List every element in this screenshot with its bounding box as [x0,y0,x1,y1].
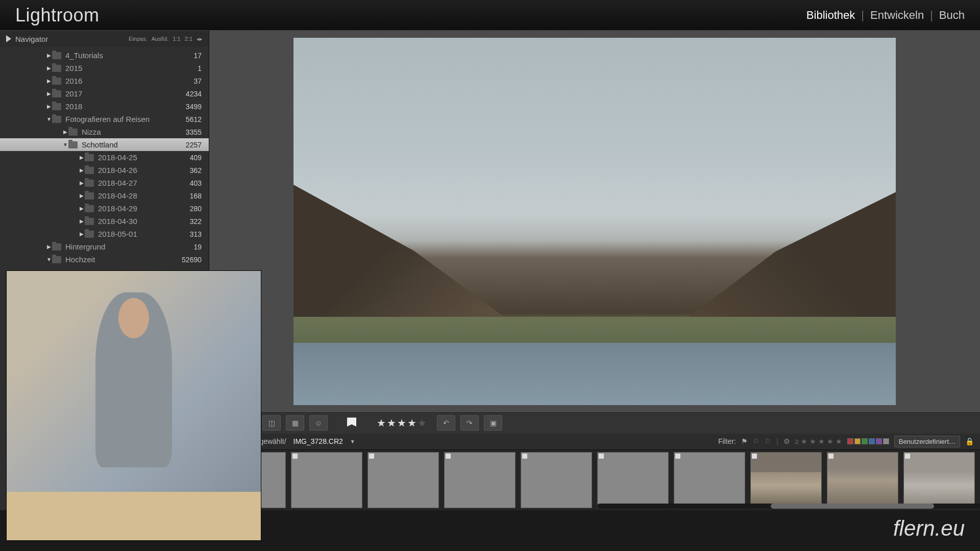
app-header: Lightroom Bibliothek | Entwickeln | Buch [0,0,980,31]
webcam-overlay [6,270,261,541]
tab-develop[interactable]: Entwickeln [870,9,924,22]
main-photo [293,38,896,405]
folder-count: 403 [190,179,202,187]
filmstrip-infobar: otos/ 75 ausgewählt/ IMG_3728.CR2 ▼ Filt… [209,434,980,449]
folder-count: 1 [198,64,202,72]
chevron-icon[interactable]: ◂▸ [197,36,203,42]
folder-row-2018-04-25[interactable]: ▶2018-04-25409 [0,151,209,164]
folder-count: 409 [190,154,202,162]
folder-row-2018-05-01[interactable]: ▶2018-05-01313 [0,228,209,240]
watermark-text: flern.eu [893,516,965,541]
color-dot[interactable] [869,438,875,444]
rotate-left-button[interactable]: ↶ [437,415,455,431]
thumbnail[interactable] [597,452,669,508]
folder-row-2018-04-27[interactable]: ▶2018-04-27403 [0,177,209,189]
folder-row-2016[interactable]: ▶201637 [0,74,209,87]
folder-icon [52,78,61,85]
thumbnail[interactable] [444,452,516,508]
disclosure-icon[interactable]: ▼ [46,257,52,262]
filter-separator: | [776,437,778,445]
color-dot[interactable] [854,438,861,444]
disclosure-icon[interactable]: ▶ [46,53,52,58]
disclosure-icon[interactable]: ▼ [46,116,52,122]
folder-row-2018[interactable]: ▶20183499 [0,100,209,113]
folder-row-hochzeit[interactable]: ▼Hochzeit52690 [0,253,209,266]
sync-button[interactable]: ▣ [484,415,502,431]
folder-icon [52,65,61,72]
flag-filter-icon[interactable]: ⚐ [753,437,760,445]
settings-icon[interactable]: ⚙ [783,437,790,445]
image-area[interactable] [209,31,980,412]
disclosure-icon[interactable]: ▶ [79,231,85,237]
color-dot[interactable] [862,438,868,444]
thumbnail[interactable] [827,452,898,508]
filmstrip[interactable] [209,449,980,510]
disclosure-icon[interactable]: ▶ [79,155,85,160]
folder-icon [85,192,94,199]
thumbnail[interactable] [521,452,592,508]
folder-row-2018-04-29[interactable]: ▶2018-04-29280 [0,202,209,215]
disclosure-icon[interactable]: ▶ [79,218,85,224]
folder-row-2017[interactable]: ▶20174234 [0,87,209,100]
rating-filter[interactable]: ≥ ★ ★ ★ ★ ★ [795,437,842,445]
survey-view-button[interactable]: ▦ [286,415,304,431]
module-tabs: Bibliothek | Entwickeln | Buch [806,9,965,22]
folder-icon [85,154,94,161]
folder-row-4-tutorials[interactable]: ▶4_Tutorials17 [0,49,209,62]
folder-count: 19 [193,243,202,251]
folder-row-2018-04-30[interactable]: ▶2018-04-30322 [0,215,209,228]
color-dot[interactable] [876,438,882,444]
thumbnail[interactable] [368,452,439,508]
folder-row-2015[interactable]: ▶20151 [0,62,209,74]
dropdown-icon[interactable]: ▼ [350,439,355,444]
disclosure-icon[interactable]: ▶ [79,180,85,186]
color-label-filter[interactable] [847,438,889,444]
rating-stars[interactable]: ★★★★★ [377,417,428,429]
thumbnail[interactable] [674,452,745,508]
thumbnail[interactable] [291,452,362,508]
disclosure-icon[interactable]: ▶ [46,78,52,84]
folder-row-2018-04-28[interactable]: ▶2018-04-28168 [0,189,209,202]
folder-row-2018-04-26[interactable]: ▶2018-04-26362 [0,164,209,177]
navigator-header[interactable]: Navigator Einpas. Ausfül. 1:1 2:1 ◂▸ [0,31,209,47]
tab-book[interactable]: Buch [939,9,965,22]
app-logo: Lightroom [15,5,100,26]
disclosure-icon[interactable]: ▶ [62,129,68,135]
color-dot[interactable] [847,438,853,444]
tab-library[interactable]: Bibliothek [806,9,855,22]
thumbnail[interactable] [903,452,975,508]
folder-icon [85,167,94,174]
folder-row-hintergrund[interactable]: ▶Hintergrund19 [0,240,209,253]
folder-icon [85,218,94,225]
rotate-right-button[interactable]: ↷ [460,415,479,431]
folder-icon [68,141,78,148]
navigator-title: Navigator [15,35,48,43]
disclosure-icon[interactable]: ▶ [79,167,85,173]
disclosure-icon[interactable]: ▶ [46,104,52,109]
disclosure-icon[interactable]: ▼ [62,142,68,147]
disclosure-icon[interactable]: ▶ [46,65,52,71]
zoom-modes[interactable]: Einpas. Ausfül. 1:1 2:1 ◂▸ [129,36,203,42]
filmstrip-scrollbar[interactable] [597,504,980,509]
disclosure-icon[interactable]: ▶ [79,206,85,211]
compare-view-button[interactable]: ◫ [262,415,281,431]
filter-preset-dropdown[interactable]: Benutzerdefiniert… [894,436,960,447]
disclosure-icon[interactable]: ▶ [46,244,52,249]
people-view-button[interactable]: ☺ [309,415,328,431]
folder-label: 4_Tutorials [65,51,193,60]
folder-row-schottland[interactable]: ▼Schottland2257 [0,138,209,151]
filename-label[interactable]: IMG_3728.CR2 [293,437,343,445]
folder-count: 362 [190,166,202,174]
flag-filter-icon[interactable]: ⚑ [741,437,748,445]
flag-filter-icon[interactable]: ⚐ [765,437,771,445]
viewer-panel: ▭ ◫ ▦ ☺ ★★★★★ ↶ ↷ ▣ otos/ 75 ausgewählt/… [209,31,980,510]
lock-icon[interactable]: 🔒 [965,437,974,445]
flag-pick-icon[interactable] [347,417,356,429]
disclosure-icon[interactable]: ▶ [79,193,85,198]
folder-icon [68,129,78,136]
folder-row-nizza[interactable]: ▶Nizza3355 [0,126,209,138]
folder-row-fotografieren-auf-reisen[interactable]: ▼Fotografieren auf Reisen5612 [0,113,209,126]
disclosure-icon[interactable]: ▶ [46,91,52,96]
color-dot[interactable] [883,438,889,444]
thumbnail[interactable] [750,452,822,508]
